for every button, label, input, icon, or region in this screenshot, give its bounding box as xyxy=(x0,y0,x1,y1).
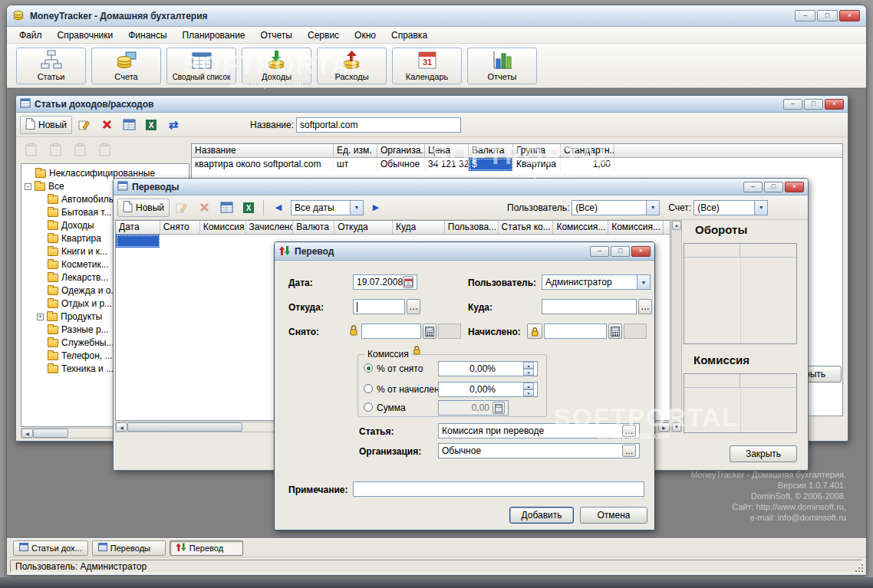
menu-planning[interactable]: Планирование xyxy=(175,28,253,42)
article-browse-button[interactable]: … xyxy=(622,425,636,437)
column-header[interactable]: Зачислено xyxy=(246,221,294,234)
dialog-titlebar[interactable]: Перевод – □ × xyxy=(275,242,654,261)
scroll-left-icon[interactable]: ◀ xyxy=(21,429,33,438)
menu-reports[interactable]: Отчеты xyxy=(253,28,300,42)
scroll-down-icon[interactable]: ▼ xyxy=(672,422,681,432)
user-filter-combo[interactable]: (Все)▼ xyxy=(572,200,660,215)
transfers-minimize-button[interactable]: – xyxy=(743,182,763,192)
chevron-down-icon[interactable]: ▼ xyxy=(637,275,650,289)
column-header[interactable]: Валюта xyxy=(469,144,513,157)
tree-item[interactable]: Одежда и о... xyxy=(48,284,118,297)
tree-item[interactable]: Бытовая т... xyxy=(48,206,111,218)
tree-item[interactable]: Разные р... xyxy=(48,324,109,336)
transfers-delete-button[interactable] xyxy=(194,199,214,217)
menu-finances[interactable]: Финансы xyxy=(120,28,174,42)
percent-credited-input[interactable]: 0,00%▲▼ xyxy=(438,382,538,397)
column-header[interactable]: Комиссия... xyxy=(608,221,664,234)
transfers-maximize-button[interactable]: □ xyxy=(764,182,783,192)
spinner[interactable]: ▲▼ xyxy=(523,383,534,396)
radio-sum[interactable] xyxy=(364,402,373,412)
withdrawn-calculator-button[interactable] xyxy=(423,324,436,339)
table-row[interactable]: квартира около softportal.com шт Обычное… xyxy=(192,158,842,171)
toolbar-summary-list-button[interactable]: Сводный список xyxy=(166,48,236,84)
column-header[interactable]: Откуда xyxy=(334,221,393,234)
transfers-close-window-button[interactable]: Закрыть xyxy=(730,445,797,462)
column-header[interactable]: Название xyxy=(192,144,334,157)
column-header[interactable]: Группа xyxy=(513,144,561,157)
radio-percent-of-credited[interactable] xyxy=(364,384,373,393)
chevron-down-icon[interactable]: ▼ xyxy=(350,201,363,215)
sum-calculator-button[interactable] xyxy=(493,402,505,414)
transfers-new-button[interactable]: Новый xyxy=(117,199,170,217)
tree-item[interactable]: Телефон, ... xyxy=(48,350,112,362)
column-header[interactable]: Стандартн... xyxy=(561,144,614,157)
column-header[interactable]: Ед. изм. xyxy=(334,144,377,157)
credited-input[interactable] xyxy=(544,324,607,339)
tree-item[interactable]: Косметик... xyxy=(48,258,109,271)
tree-item[interactable]: Служебны... xyxy=(48,337,114,349)
from-browse-button[interactable]: … xyxy=(407,299,420,314)
tree-item[interactable]: +Продукты xyxy=(37,310,102,323)
sum-input[interactable]: 0,00 xyxy=(438,400,509,416)
scroll-thumb[interactable] xyxy=(127,422,242,432)
column-header[interactable]: Снято xyxy=(160,221,200,234)
cell-organization[interactable]: Обычное xyxy=(377,158,425,171)
cell-price[interactable]: 34 121 32... xyxy=(425,158,469,171)
taskbar-articles-button[interactable]: Статьи дох... xyxy=(13,540,88,556)
article-input[interactable]: Комиссия при переводе… xyxy=(438,423,640,439)
taskbar-transfer-dialog-button[interactable]: Перевод xyxy=(170,540,243,556)
collapse-icon[interactable]: - xyxy=(25,183,31,190)
column-header[interactable]: Комиссия xyxy=(200,221,246,234)
tree-item[interactable]: Техника и ... xyxy=(48,363,114,375)
radio-percent-of-withdrawn[interactable] xyxy=(364,363,373,373)
next-period-button[interactable]: ▶ xyxy=(366,199,386,217)
scroll-up-icon[interactable]: ▲ xyxy=(672,221,681,230)
account-filter-combo[interactable]: (Все)▼ xyxy=(693,200,768,215)
cell-group[interactable]: Квартира xyxy=(513,158,561,171)
toolbar-articles-button[interactable]: Статьи xyxy=(16,48,86,84)
from-input[interactable] xyxy=(353,299,405,314)
chevron-down-icon[interactable]: ▼ xyxy=(646,201,659,215)
cancel-button[interactable]: Отмена xyxy=(580,507,647,524)
clipboard-icon[interactable] xyxy=(70,140,90,159)
scroll-thumb[interactable] xyxy=(33,429,68,438)
tree-item[interactable]: Лекарств... xyxy=(48,271,108,284)
articles-delete-button[interactable] xyxy=(97,116,117,134)
dialog-user-combo[interactable]: Администратор▼ xyxy=(542,274,651,290)
organization-input[interactable]: Обычное… xyxy=(438,443,640,458)
cell-unit[interactable]: шт xyxy=(334,158,377,171)
transfers-vscrollbar[interactable]: ▲ ▼ xyxy=(671,220,682,432)
taskbar-transfers-button[interactable]: Переводы xyxy=(92,540,166,556)
dialog-close-button[interactable]: × xyxy=(631,246,651,257)
credited-lock-button[interactable] xyxy=(527,324,542,339)
transfers-titlebar[interactable]: Переводы – □ × xyxy=(114,179,808,195)
clipboard-icon[interactable] xyxy=(21,140,41,159)
tree-item[interactable]: Квартира xyxy=(48,232,101,245)
toolbar-accounts-button[interactable]: Счета xyxy=(91,48,161,84)
note-input[interactable] xyxy=(353,481,644,497)
tree-item[interactable]: Автомобиль xyxy=(48,193,114,205)
previous-period-button[interactable]: ◀ xyxy=(268,199,288,217)
transfers-edit-button[interactable] xyxy=(172,199,192,217)
column-header[interactable]: Пользова... xyxy=(445,221,499,234)
toolbar-expenses-button[interactable]: Расходы xyxy=(317,48,387,84)
transfers-table-button[interactable] xyxy=(216,199,236,217)
spinner[interactable]: ▲▼ xyxy=(523,362,534,376)
tree-item[interactable]: Книги и к... xyxy=(48,245,107,258)
to-input[interactable] xyxy=(542,299,637,314)
calendar-picker-icon[interactable] xyxy=(403,276,413,288)
close-button[interactable]: × xyxy=(839,10,860,21)
articles-maximize-button[interactable]: □ xyxy=(804,99,823,110)
maximize-button[interactable]: □ xyxy=(817,10,838,21)
dialog-maximize-button[interactable]: □ xyxy=(611,246,630,257)
withdrawn-input[interactable] xyxy=(361,324,421,339)
menu-file[interactable]: Файл xyxy=(12,28,50,42)
articles-close-button[interactable]: × xyxy=(825,99,844,110)
tree-item[interactable]: Доходы xyxy=(48,219,94,232)
articles-minimize-button[interactable]: – xyxy=(783,99,802,110)
main-titlebar[interactable]: MoneyTracker - Домашняя бухгалтерия – □ … xyxy=(7,5,866,27)
scroll-right-icon[interactable]: ▶ xyxy=(658,422,670,432)
date-input[interactable]: 19.07.2008 xyxy=(353,274,417,290)
transfers-close-button[interactable]: × xyxy=(785,182,804,192)
cell-standard[interactable]: 1,00 xyxy=(561,158,614,171)
